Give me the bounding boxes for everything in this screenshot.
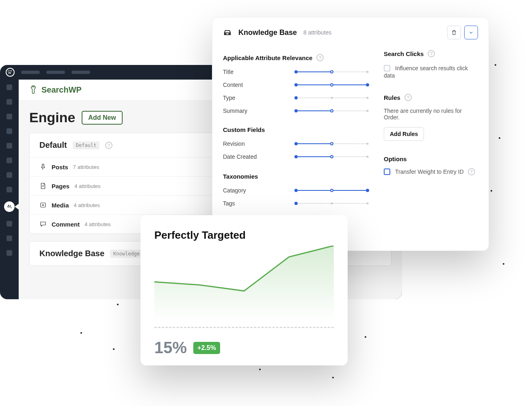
sidebar-item[interactable] bbox=[6, 187, 12, 192]
sidebar-item[interactable] bbox=[6, 114, 12, 119]
svg-point-5 bbox=[495, 64, 496, 66]
stats-title: Perfectly Targeted bbox=[154, 229, 334, 242]
relevance-slider[interactable] bbox=[296, 141, 368, 147]
attribute-label: Type bbox=[223, 95, 235, 101]
searchwp-name: SearchWP bbox=[41, 85, 82, 95]
options-title: Options bbox=[384, 155, 407, 162]
add-rules-button[interactable]: Add Rules bbox=[384, 127, 424, 141]
sidebar-item[interactable] bbox=[6, 99, 12, 105]
help-icon[interactable]: ? bbox=[316, 54, 324, 61]
panel-subtitle: 8 attributes bbox=[303, 29, 331, 36]
transfer-weight-label: Transfer Weight to Entry ID bbox=[395, 168, 464, 175]
svg-point-10 bbox=[499, 137, 500, 139]
attribute-label: Catagory bbox=[223, 187, 246, 194]
clicks-checkbox[interactable] bbox=[384, 65, 390, 71]
source-count: 4 attributes bbox=[74, 183, 100, 189]
rules-title: Rules bbox=[384, 94, 400, 101]
svg-point-36 bbox=[259, 369, 261, 370]
search-clicks-title: Search Clicks bbox=[384, 50, 424, 57]
sidebar-item[interactable] bbox=[6, 250, 12, 256]
collapse-button[interactable] bbox=[464, 26, 478, 39]
pin-icon bbox=[39, 163, 47, 171]
sidebar-item[interactable] bbox=[6, 84, 12, 90]
relevance-slider[interactable] bbox=[296, 154, 368, 160]
card-title: Default bbox=[39, 140, 67, 150]
page-icon bbox=[39, 182, 47, 190]
stats-chart bbox=[154, 246, 334, 321]
source-label: Pages bbox=[52, 183, 69, 190]
attribute-row: Summary bbox=[223, 104, 368, 117]
help-icon[interactable]: ? bbox=[428, 50, 435, 57]
source-count: 4 attributes bbox=[74, 202, 100, 208]
source-label: Media bbox=[52, 202, 69, 209]
attribute-label: Tags bbox=[223, 200, 235, 207]
sidebar-item[interactable] bbox=[6, 143, 12, 149]
svg-point-38 bbox=[332, 377, 334, 378]
rules-note: There are currently no rules for Order. bbox=[384, 108, 478, 121]
relevance-slider[interactable] bbox=[296, 95, 368, 101]
attribute-row: Type bbox=[223, 91, 368, 104]
help-icon[interactable]: ? bbox=[468, 168, 475, 175]
attribute-row: Tags bbox=[223, 197, 368, 210]
panel-title: Knowledge Base bbox=[238, 28, 297, 37]
wp-sidebar bbox=[0, 80, 19, 299]
add-new-button[interactable]: Add New bbox=[82, 111, 122, 125]
attribute-label: Date Created bbox=[223, 153, 257, 160]
section-title: Custom Fields bbox=[223, 126, 265, 133]
section-title: Applicable Attribute Relevance bbox=[223, 54, 312, 61]
attribute-row: Content bbox=[223, 78, 368, 91]
relevance-slider[interactable] bbox=[296, 108, 368, 114]
attribute-label: Revision bbox=[223, 140, 245, 147]
svg-point-30 bbox=[365, 336, 366, 338]
source-label: Comment bbox=[52, 221, 80, 228]
attribute-row: Title bbox=[223, 65, 368, 78]
car-icon bbox=[223, 28, 232, 37]
source-label: Posts bbox=[52, 164, 68, 171]
divider bbox=[154, 327, 334, 328]
svg-point-19 bbox=[503, 263, 504, 265]
sidebar-item[interactable] bbox=[6, 235, 12, 241]
sidebar-item[interactable] bbox=[6, 158, 12, 163]
clicks-label: Influence search results click data bbox=[384, 65, 468, 79]
svg-point-31 bbox=[80, 332, 82, 334]
comment-icon bbox=[39, 220, 47, 228]
attribute-label: Title bbox=[223, 69, 234, 75]
svg-point-14 bbox=[491, 190, 492, 192]
topbar-placeholder bbox=[46, 71, 65, 74]
stat-delta-badge: +2.5% bbox=[193, 342, 220, 354]
page-title: Engine bbox=[29, 110, 75, 125]
sidebar-item-searchwp-active[interactable] bbox=[4, 201, 15, 212]
sidebar-item[interactable] bbox=[6, 172, 12, 178]
attribute-label: Content bbox=[223, 82, 243, 88]
svg-point-22 bbox=[117, 304, 119, 305]
wordpress-logo-icon bbox=[6, 68, 15, 77]
attribute-row: Date Created bbox=[223, 150, 368, 163]
attribute-label: Summary bbox=[223, 108, 247, 114]
relevance-slider[interactable] bbox=[296, 201, 368, 206]
attribute-row: Catagory bbox=[223, 184, 368, 197]
transfer-weight-checkbox[interactable] bbox=[384, 168, 390, 175]
relevance-slider[interactable] bbox=[296, 188, 368, 193]
relevance-slider[interactable] bbox=[296, 69, 368, 75]
source-count: 7 attributes bbox=[73, 164, 99, 170]
svg-point-32 bbox=[113, 348, 115, 350]
help-icon[interactable]: ? bbox=[105, 142, 112, 149]
media-icon bbox=[39, 201, 47, 209]
source-count: 4 attributes bbox=[84, 221, 110, 227]
relevance-slider[interactable] bbox=[296, 82, 368, 88]
delete-button[interactable] bbox=[447, 26, 461, 39]
card-title: Knowledge Base bbox=[39, 249, 104, 258]
searchwp-logo-icon bbox=[29, 84, 37, 96]
topbar-placeholder bbox=[71, 71, 90, 74]
topbar-placeholder bbox=[21, 71, 40, 74]
section-title: Taxonomies bbox=[223, 173, 258, 180]
attribute-row: Revision bbox=[223, 137, 368, 150]
sidebar-item[interactable] bbox=[6, 221, 12, 227]
stats-card: Perfectly Targeted 15% +2.5% bbox=[141, 215, 348, 365]
sidebar-item[interactable] bbox=[6, 128, 12, 134]
stat-value: 15% bbox=[154, 339, 187, 357]
card-tag: Default bbox=[73, 141, 100, 149]
help-icon[interactable]: ? bbox=[404, 94, 412, 101]
